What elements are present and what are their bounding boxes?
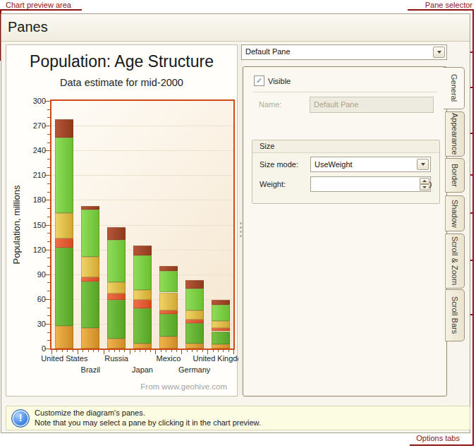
y-major-tick: [44, 200, 50, 200]
y-tick-label: 240: [25, 146, 46, 155]
x-minor-tick: [202, 350, 203, 352]
y-tick-label: 60: [25, 295, 46, 303]
x-minor-tick: [73, 350, 73, 352]
x-minor-tick: [119, 350, 120, 352]
y-major-tick: [44, 126, 50, 126]
spin-buttons: [420, 178, 429, 190]
spin-up-button[interactable]: [420, 178, 429, 184]
bar-germany: [185, 101, 204, 349]
segment-yellow: [133, 290, 152, 300]
segment-orange-bottom: [185, 344, 204, 349]
segment-orange-bottom: [133, 344, 152, 349]
x-axis-label: Japan: [132, 365, 153, 374]
size-mode-label: Size mode:: [260, 160, 298, 169]
x-axis-label: United States: [41, 354, 87, 363]
info-icon: !: [11, 409, 30, 428]
weight-spinner[interactable]: [310, 176, 431, 192]
x-minor-tick: [98, 350, 99, 352]
y-axis-title: Population, millions: [11, 178, 22, 272]
info-bar: ! Customize the diagram's panes. Note th…: [6, 406, 470, 430]
segment-orange-bottom: [55, 326, 73, 349]
tab-shadow[interactable]: Shadow: [445, 195, 465, 231]
segment-dark-green: [185, 323, 204, 344]
x-minor-tick: [176, 350, 177, 352]
segment-orange-bottom: [107, 339, 126, 349]
visible-checkbox[interactable]: ✓: [254, 75, 264, 86]
bar-united-kingdom: [212, 101, 230, 349]
segment-orange-bottom: [81, 328, 99, 349]
x-minor-tick: [171, 350, 172, 352]
segment-light-green: [212, 305, 230, 321]
segment-orange-bottom: [212, 344, 230, 349]
annotation-pane-selector: Pane selector: [425, 1, 472, 9]
x-minor-tick: [166, 350, 166, 352]
dialog-header: Panes: [1, 14, 470, 42]
x-major-tick: [207, 350, 208, 354]
x-major-tick: [181, 350, 182, 354]
x-axis-label: Mexico: [156, 354, 181, 363]
segment-yellow: [81, 257, 99, 277]
size-mode-combobox[interactable]: UseWeight: [310, 157, 431, 172]
page-title: Panes: [8, 19, 48, 35]
arrow-up-icon: [422, 180, 427, 182]
x-major-tick: [155, 350, 156, 354]
general-tab-page: ✓ Visible Name: Default Pane Size Size m…: [243, 66, 447, 396]
spin-down-button[interactable]: [420, 184, 429, 190]
annotation-underline-left: [0, 9, 82, 11]
size-mode-dropdown-button[interactable]: [417, 159, 429, 170]
chart-subtitle: Data estimate for mid-2000: [6, 77, 237, 88]
y-tick-label: 270: [25, 121, 46, 130]
size-group-title: Size: [260, 142, 274, 150]
chart-preview-panel: Population: Age Structure Data estimate …: [6, 44, 238, 396]
checkmark-icon: ✓: [256, 76, 262, 85]
x-minor-tick: [88, 350, 89, 352]
annotation-underline-bottom: [410, 444, 474, 446]
panes-dialog: Panes Population: Age Structure Data est…: [1, 13, 470, 433]
x-minor-tick: [109, 350, 109, 352]
y-tick-label: 120: [25, 246, 46, 254]
segment-dark-green: [212, 332, 230, 345]
size-group-header: Size: [252, 140, 439, 153]
annotation-underline-right: [408, 9, 474, 11]
bar-russia: [107, 101, 126, 349]
segment-yellow: [185, 310, 204, 320]
x-minor-tick: [218, 350, 219, 352]
info-line-1: Customize the diagram's panes.: [35, 408, 145, 417]
x-minor-tick: [93, 350, 94, 352]
pane-selector-combobox[interactable]: Default Pane: [241, 44, 447, 60]
x-minor-tick: [223, 350, 224, 352]
combo-dropdown-button[interactable]: [433, 47, 445, 58]
x-minor-tick: [145, 350, 146, 352]
segment-orange-bottom: [159, 337, 178, 349]
segment-dark-green: [159, 314, 178, 337]
segment-brown-top: [212, 300, 230, 305]
annotation-options-tabs: Options tabs: [416, 434, 460, 442]
size-group: Size Size mode: UseWeight Weight:: [252, 140, 440, 204]
tab-general[interactable]: General: [444, 67, 465, 109]
y-major-tick: [44, 175, 50, 176]
tab-border[interactable]: Border: [445, 158, 465, 193]
x-minor-tick: [83, 350, 83, 352]
tab-appearance[interactable]: Appearance: [445, 111, 465, 157]
x-minor-tick: [62, 350, 63, 352]
segment-brown-top: [55, 119, 73, 138]
x-minor-tick: [197, 350, 197, 352]
segment-dark-green: [133, 308, 152, 344]
segment-yellow: [107, 282, 126, 293]
tab-scroll-zoom[interactable]: Scroll & Zoom: [445, 234, 465, 289]
name-input: Default Pane: [310, 97, 434, 113]
tab-scroll-bars[interactable]: Scroll Bars: [445, 289, 465, 341]
segment-red: [107, 293, 126, 300]
annotation-chart-preview-area: Chart preview area: [6, 1, 71, 9]
segment-dark-green: [55, 248, 73, 326]
size-mode-value: UseWeight: [315, 160, 353, 169]
x-axis-label: Russia: [104, 354, 128, 363]
segment-light-green: [133, 255, 152, 290]
separator: [252, 92, 437, 92]
x-major-tick: [51, 350, 52, 354]
x-major-tick: [130, 350, 130, 354]
y-tick-label: 0: [25, 344, 46, 353]
plot-bars: [51, 101, 233, 349]
y-tick-label: 180: [25, 195, 46, 204]
y-major-tick: [44, 299, 50, 300]
